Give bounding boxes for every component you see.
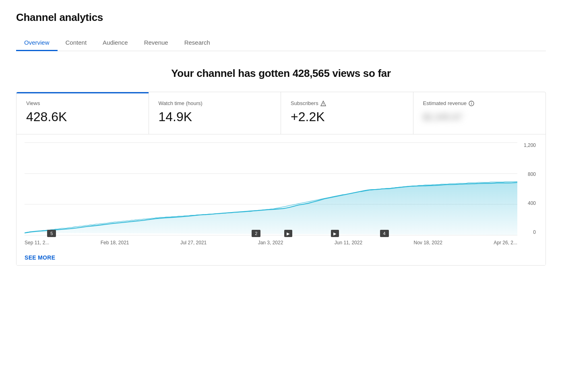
x-label-4: Jun 11, 2022 <box>335 240 362 246</box>
metric-views-label: Views <box>26 100 139 106</box>
x-label-2: Jul 27, 2021 <box>180 240 207 246</box>
metric-revenue-label: Estimated revenue <box>423 100 536 106</box>
chart-marker-1[interactable]: 5 <box>47 230 56 237</box>
chart-marker-2[interactable]: 2 <box>252 230 260 237</box>
see-more-link[interactable]: SEE MORE <box>25 254 55 261</box>
chart-y-labels: 1,200 800 400 0 <box>520 142 537 235</box>
tabs-nav: Overview Content Audience Revenue Resear… <box>16 35 546 51</box>
metrics-chart-card: Views 428.6K Watch time (hours) 14.9K Su… <box>16 92 546 266</box>
metric-subscribers-value: +2.2K <box>291 109 403 124</box>
chart-marker-3[interactable]: 4 <box>380 230 389 237</box>
svg-point-5 <box>471 102 472 103</box>
y-label-0: 0 <box>533 229 536 235</box>
x-label-6: Apr 26, 2... <box>494 240 517 246</box>
page-title: Channel analytics <box>16 11 546 24</box>
warning-icon <box>320 101 326 106</box>
tab-audience[interactable]: Audience <box>95 35 136 51</box>
chart-markers-row: 5 2 ▶ ▶ 4 <box>25 226 517 235</box>
tab-research[interactable]: Research <box>176 35 218 51</box>
chart-x-labels: Sep 11, 2... Feb 18, 2021 Jul 27, 2021 J… <box>25 237 517 247</box>
metric-revenue-value: $2,345.67 <box>423 109 536 122</box>
metric-subscribers-label: Subscribers <box>291 100 403 106</box>
chart-marker-play-1[interactable]: ▶ <box>284 230 292 237</box>
metric-views-value: 428.6K <box>26 109 139 124</box>
chart-marker-play-2[interactable]: ▶ <box>331 230 339 237</box>
tab-revenue[interactable]: Revenue <box>136 35 176 51</box>
metric-views[interactable]: Views 428.6K <box>17 92 149 134</box>
x-label-3: Jan 3, 2022 <box>258 240 283 246</box>
chart-container: 1,200 800 400 0 5 2 ▶ ▶ 4 Sep 11, 2... F… <box>25 142 537 247</box>
chart-svg <box>25 142 517 235</box>
channel-headline: Your channel has gotten 428,565 views so… <box>16 67 546 80</box>
x-label-0: Sep 11, 2... <box>25 240 49 246</box>
tab-content[interactable]: Content <box>58 35 95 51</box>
metric-subscribers[interactable]: Subscribers +2.2K <box>281 92 413 134</box>
x-label-1: Feb 18, 2021 <box>101 240 129 246</box>
y-label-1200: 1,200 <box>524 142 536 148</box>
x-label-5: Nov 18, 2022 <box>414 240 442 246</box>
metric-revenue[interactable]: Estimated revenue $2,345.67 <box>413 92 546 134</box>
tab-overview[interactable]: Overview <box>16 35 58 51</box>
metric-watch-time-label: Watch time (hours) <box>159 100 271 106</box>
y-label-800: 800 <box>528 171 536 177</box>
metric-watch-time[interactable]: Watch time (hours) 14.9K <box>149 92 281 134</box>
y-label-400: 400 <box>528 200 536 206</box>
chart-area: 1,200 800 400 0 5 2 ▶ ▶ 4 Sep 11, 2... F… <box>17 134 545 265</box>
metrics-row: Views 428.6K Watch time (hours) 14.9K Su… <box>17 92 545 134</box>
svg-point-2 <box>323 104 323 105</box>
metric-watch-time-value: 14.9K <box>159 109 271 124</box>
info-icon <box>469 101 474 106</box>
